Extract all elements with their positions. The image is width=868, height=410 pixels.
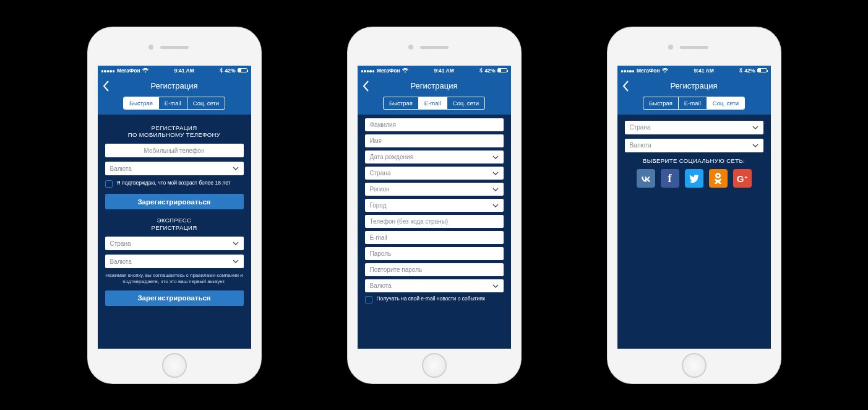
googleplus-button[interactable]: G+ — [733, 169, 752, 188]
battery-icon — [238, 68, 247, 72]
currency-select[interactable]: Валюта — [365, 279, 504, 292]
country-select[interactable]: Страна — [365, 167, 504, 180]
chevron-down-icon — [492, 283, 499, 290]
phone-home-button[interactable] — [422, 353, 447, 378]
tab-bar: Быстрая E-mail Соц. сети — [617, 97, 771, 115]
odnoklassniki-button[interactable] — [709, 169, 728, 188]
battery-pct: 42% — [225, 68, 235, 74]
wifi-icon — [142, 68, 148, 73]
currency-placeholder-2: Валюта — [110, 258, 132, 265]
phone-input[interactable]: Мобильный телефон — [105, 144, 244, 157]
tab-email[interactable]: E-mail — [679, 97, 707, 109]
screen-title: Регистрация — [151, 81, 198, 90]
signal-icon — [361, 68, 376, 74]
phone-home-button[interactable] — [162, 353, 187, 378]
news-optin-row[interactable]: Получать на свой e-mail новости о событи… — [365, 295, 504, 303]
nav-header: Регистрация — [358, 76, 511, 97]
tab-social[interactable]: Соц. сети — [447, 97, 484, 109]
tab-social[interactable]: Соц. сети — [187, 97, 225, 109]
chevron-down-icon — [233, 258, 239, 266]
currency-placeholder: Валюта — [630, 142, 651, 149]
battery-pct: 42% — [744, 68, 755, 74]
battery-pct: 42% — [484, 68, 495, 74]
country-select[interactable]: Страна — [105, 237, 244, 250]
chevron-down-icon — [233, 240, 239, 248]
battery-icon — [757, 68, 767, 72]
dob-select[interactable]: Дата рождения — [365, 150, 504, 164]
tab-quick[interactable]: Быстрая — [124, 97, 159, 109]
section-express-title: ЭКСПРЕСС РЕГИСТРАЦИЯ — [105, 217, 244, 232]
status-bar: МегаФон 9:41 AM 42% — [98, 66, 251, 76]
screen-title: Регистрация — [671, 81, 718, 90]
signal-icon — [101, 68, 116, 74]
phone-input-placeholder: Мобильный телефон — [144, 147, 205, 154]
nav-header: Регистрация — [617, 76, 771, 97]
age-checkbox[interactable] — [105, 180, 113, 188]
social-buttons: f G+ — [625, 169, 763, 188]
currency-select[interactable]: Валюта — [105, 162, 244, 175]
twitter-button[interactable] — [685, 169, 703, 188]
country-placeholder: Страна — [630, 124, 651, 131]
content-social: Страна Валюта ВЫБЕРИТЕ СОЦИАЛЬНУЮ СЕТЬ: … — [617, 115, 771, 349]
phone-camera — [408, 45, 413, 50]
register-button-2[interactable]: Зарегистрироваться — [105, 290, 244, 306]
country-select[interactable]: Страна — [625, 121, 763, 134]
firstname-input[interactable]: Имя — [365, 134, 504, 147]
phone-mockup-social: МегаФон 9:41 AM 42% Регистрация — [608, 27, 781, 383]
odnoklassniki-icon — [715, 173, 721, 184]
back-button[interactable] — [363, 81, 369, 94]
tab-quick[interactable]: Быстрая — [384, 97, 419, 109]
city-select[interactable]: Город — [365, 199, 504, 212]
wifi-icon — [402, 68, 408, 73]
region-select[interactable]: Регион — [365, 183, 504, 196]
news-checkbox[interactable] — [365, 296, 372, 303]
chevron-down-icon — [492, 203, 499, 210]
facebook-button[interactable]: f — [661, 169, 679, 188]
wifi-icon — [662, 68, 668, 73]
tab-quick[interactable]: Быстрая — [643, 97, 679, 109]
age-confirm-label: Я подтверждаю, что мой возраст более 18 … — [117, 180, 231, 188]
screen: МегаФон 9:41 AM 42% Регистрация — [617, 66, 771, 349]
screen-title: Регистрация — [411, 81, 458, 90]
tab-social[interactable]: Соц. сети — [707, 97, 744, 109]
carrier-label: МегаФон — [117, 68, 140, 74]
chevron-down-icon — [492, 170, 499, 178]
tab-email[interactable]: E-mail — [419, 97, 447, 109]
phone-speaker — [680, 46, 708, 49]
phone-input[interactable]: Телефон (без кода страны) — [365, 215, 504, 228]
password-repeat-input[interactable]: Повторите пароль — [365, 263, 504, 276]
phone-speaker — [160, 46, 189, 49]
lastname-input[interactable]: Фамилия — [365, 118, 504, 131]
choose-social-title: ВЫБЕРИТЕ СОЦИАЛЬНУЮ СЕТЬ: — [625, 157, 763, 165]
twitter-icon — [689, 175, 699, 183]
country-placeholder: Страна — [110, 240, 131, 247]
nav-header: Регистрация — [98, 76, 251, 97]
news-optin-label: Получать на свой e-mail новости о событи… — [377, 295, 486, 303]
currency-select[interactable]: Валюта — [625, 139, 763, 152]
clock: 9:41 AM — [174, 68, 194, 74]
vk-button[interactable] — [637, 169, 655, 188]
clock: 9:41 AM — [434, 68, 453, 74]
chevron-down-icon — [233, 165, 239, 173]
status-bar: МегаФон 9:41 AM 42% — [617, 66, 771, 76]
carrier-label: МегаФон — [637, 68, 660, 74]
terms-text: Нажимая кнопку, вы соглашаетесь с правил… — [105, 273, 244, 286]
back-button[interactable] — [622, 81, 629, 94]
age-confirm-row[interactable]: Я подтверждаю, что мой возраст более 18 … — [105, 180, 244, 188]
currency-placeholder: Валюта — [110, 165, 132, 172]
content-quick: РЕГИСТРАЦИЯ ПО МОБИЛЬНОМУ ТЕЛЕФОНУ Мобил… — [98, 115, 251, 349]
phone-camera — [668, 45, 673, 50]
bluetooth-icon — [739, 68, 742, 73]
tab-email[interactable]: E-mail — [159, 97, 187, 109]
currency-select-2[interactable]: Валюта — [105, 255, 244, 268]
phone-camera — [148, 45, 153, 50]
password-input[interactable]: Пароль — [365, 247, 504, 260]
googleplus-icon: G+ — [737, 173, 747, 184]
email-input[interactable]: E-mail — [365, 231, 504, 244]
section-mobile-title: РЕГИСТРАЦИЯ ПО МОБИЛЬНОМУ ТЕЛЕФОНУ — [105, 124, 244, 139]
phone-home-button[interactable] — [682, 353, 707, 378]
chevron-down-icon — [492, 154, 499, 162]
chevron-down-icon — [752, 142, 758, 150]
back-button[interactable] — [103, 81, 110, 94]
register-button[interactable]: Зарегистрироваться — [105, 194, 244, 209]
